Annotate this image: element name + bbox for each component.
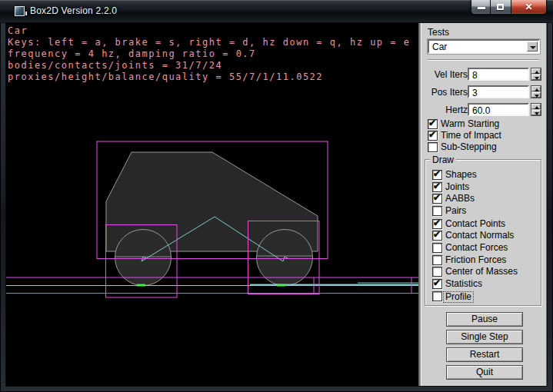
- maximize-button[interactable]: [491, 0, 511, 15]
- checkbox-label[interactable]: Joints: [445, 182, 469, 192]
- arrow-up-icon: [535, 88, 539, 91]
- caption-buttons: ✕: [471, 0, 547, 15]
- checkbox-label[interactable]: Contact Normals: [445, 231, 514, 241]
- checkbox-box[interactable]: ✔: [432, 267, 442, 277]
- checkbox-box[interactable]: ✔: [432, 231, 442, 241]
- checkbox-box[interactable]: ✔: [428, 119, 438, 129]
- keys-help: Keys: left = a, brake = s, right = d, hz…: [8, 37, 410, 48]
- title-bar[interactable]: Box2D Version 2.2.0 ✕: [0, 0, 553, 23]
- left-contact-point: [137, 284, 145, 287]
- spinner-up-button[interactable]: [531, 104, 541, 109]
- checkbox-label[interactable]: Statistics: [445, 279, 482, 289]
- check-icon: ✔: [428, 118, 436, 128]
- checkbox-box[interactable]: ✔: [432, 279, 442, 289]
- simulation-canvas[interactable]: Car Keys: left = a, brake = s, right = d…: [6, 23, 418, 386]
- restart-button[interactable]: Restart: [446, 347, 523, 362]
- check-icon: ✔: [433, 193, 441, 203]
- test-name: Car: [8, 25, 410, 37]
- tests-dropdown[interactable]: Car: [428, 39, 540, 54]
- frequency-line: frequency = 4 hz, damping ratio = 0.7: [8, 48, 410, 60]
- right-contact-point: [277, 284, 285, 287]
- checkbox-box[interactable]: ✔: [432, 291, 442, 301]
- checkbox-label[interactable]: Pairs: [445, 206, 466, 216]
- bodies-line: bodies/contacts/joints = 31/7/24: [8, 60, 410, 71]
- checkbox-label[interactable]: Friction Forces: [445, 255, 506, 265]
- pause-button[interactable]: Pause: [446, 312, 523, 327]
- check-icon: ✔: [433, 169, 441, 179]
- arrow-down-icon: [535, 77, 539, 80]
- tests-dropdown-value: Car: [432, 42, 447, 52]
- checkbox-label[interactable]: Profile: [443, 291, 474, 303]
- checkbox-box[interactable]: ✔: [428, 131, 438, 141]
- stats-text: Car Keys: left = a, brake = s, right = d…: [8, 25, 410, 83]
- spinner-down-button[interactable]: [531, 75, 541, 80]
- vel-iters-row: Vel Iters 8: [421, 68, 548, 81]
- hertz-row: Hertz 60.0: [421, 103, 548, 116]
- checkbox-label[interactable]: Contact Forces: [445, 243, 508, 253]
- checkbox-label[interactable]: Sub-Stepping: [441, 142, 497, 152]
- checkbox-box[interactable]: ✔: [428, 142, 438, 152]
- checkbox-box[interactable]: ✔: [432, 219, 442, 229]
- checkbox-box[interactable]: ✔: [432, 170, 442, 180]
- app-icon: [15, 6, 25, 16]
- check-icon: ✔: [433, 218, 441, 228]
- vel-iters-label: Vel Iters: [435, 69, 468, 80]
- checkbox-label[interactable]: AABBs: [445, 194, 475, 204]
- vel-iters-spinner: [531, 68, 541, 81]
- arrow-up-icon: [535, 71, 539, 74]
- control-panel: Tests Car Vel Iters 8 Pos Iters 3: [421, 23, 547, 386]
- pos-iters-label: Pos Iters: [431, 87, 468, 98]
- check-icon: ✔: [428, 130, 436, 140]
- spinner-down-button[interactable]: [531, 110, 541, 115]
- check-icon: ✔: [433, 230, 441, 240]
- check-icon: ✔: [433, 181, 441, 191]
- arrow-down-icon: [535, 112, 539, 115]
- close-button[interactable]: ✕: [511, 0, 547, 15]
- chevron-down-icon: [530, 46, 536, 49]
- proxies-line: proxies/height/balance/quality = 55/7/1/…: [8, 71, 410, 83]
- draw-group-title: Draw: [430, 154, 456, 165]
- check-icon: ✔: [433, 278, 441, 288]
- vel-iters-input[interactable]: 8: [468, 68, 529, 81]
- checkbox-box[interactable]: ✔: [432, 255, 442, 265]
- quit-button[interactable]: Quit: [446, 365, 523, 380]
- checkbox-box[interactable]: ✔: [432, 206, 442, 216]
- window-title: Box2D Version 2.2.0: [30, 5, 117, 16]
- client-area: Car Keys: left = a, brake = s, right = d…: [6, 23, 547, 386]
- hertz-spinner: [531, 103, 541, 116]
- close-icon: ✕: [511, 2, 546, 12]
- pos-iters-row: Pos Iters 3: [421, 85, 548, 98]
- pos-iters-input[interactable]: 3: [468, 85, 529, 98]
- arrow-down-icon: [535, 95, 539, 98]
- tests-label: Tests: [428, 27, 449, 38]
- checkbox-box[interactable]: ✔: [432, 194, 442, 204]
- maximize-icon: [497, 4, 504, 10]
- arrow-up-icon: [535, 106, 539, 109]
- spinner-up-button[interactable]: [531, 86, 541, 91]
- draw-groupbox: Draw ✔ Shapes ✔ Joints ✔ AABBs ✔ Pairs: [425, 159, 541, 306]
- checkbox-label[interactable]: Center of Masses: [445, 267, 518, 277]
- checkbox-box[interactable]: ✔: [432, 243, 442, 253]
- hertz-input[interactable]: 60.0: [468, 103, 529, 116]
- spinner-up-button[interactable]: [531, 68, 541, 74]
- app-window: Box2D Version 2.2.0 ✕: [0, 0, 553, 392]
- checkbox-label[interactable]: Contact Points: [445, 219, 505, 229]
- checkbox-label[interactable]: Time of Impact: [441, 131, 501, 141]
- minimize-icon: [478, 7, 485, 9]
- checkbox-box[interactable]: ✔: [432, 182, 442, 192]
- single-step-button[interactable]: Single Step: [446, 330, 523, 344]
- pos-iters-spinner: [531, 85, 541, 98]
- separator: [428, 59, 539, 61]
- checkbox-label[interactable]: Shapes: [445, 170, 477, 180]
- checkbox-label[interactable]: Warm Starting: [441, 119, 499, 129]
- hertz-label: Hertz: [445, 105, 468, 115]
- tests-dropdown-button[interactable]: [527, 42, 538, 51]
- minimize-button[interactable]: [471, 0, 491, 15]
- spinner-down-button[interactable]: [531, 92, 541, 98]
